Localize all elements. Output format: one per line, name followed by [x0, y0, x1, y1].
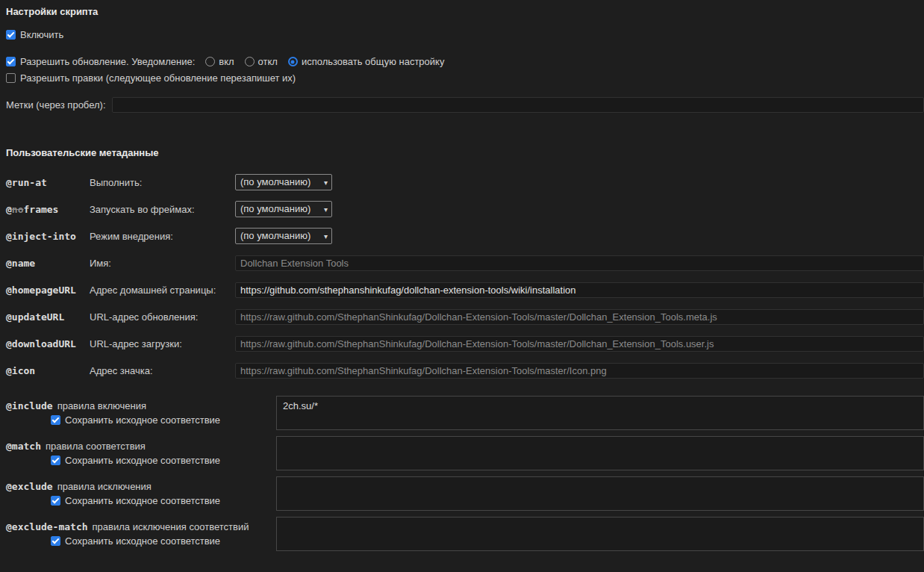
exclude-match-keep-row: Сохранить исходное соответствие	[6, 535, 276, 547]
include-head: @include правила включения	[6, 400, 276, 411]
noframes-key-struck: no	[12, 204, 24, 215]
name-label: Имя:	[90, 258, 235, 269]
script-settings-page: Настройки скрипта Включить Разрешить обн…	[0, 0, 924, 565]
match-textarea[interactable]	[276, 436, 924, 470]
inject-into-select-wrap: (по умолчанию)	[235, 228, 332, 244]
icon-row: @icon Адрес значка:	[6, 357, 924, 384]
noframes-key-rest: frames	[23, 204, 58, 215]
homepage-url-key: @homepageURL	[6, 285, 90, 296]
download-url-row: @downloadURL URL-адрес загрузки:	[6, 330, 924, 357]
include-textarea[interactable]: 2ch.su/*	[276, 396, 924, 430]
noframes-row: @noframes Запускать во фреймах: (по умол…	[6, 196, 924, 223]
icon-label: Адрес значка:	[90, 365, 235, 376]
exclude-textarea[interactable]	[276, 476, 924, 511]
homepage-url-row: @homepageURL Адрес домашней страницы:	[6, 276, 924, 303]
update-url-label: URL-адрес обновления:	[90, 311, 235, 323]
allow-edits-checkbox[interactable]	[6, 73, 16, 83]
inject-into-select[interactable]: (по умолчанию)	[235, 228, 332, 244]
metadata-table: @run-at Выполнить: (по умолчанию) @nofra…	[6, 169, 924, 384]
download-url-input[interactable]	[235, 336, 924, 352]
noframes-label: Запускать во фреймах:	[90, 204, 235, 215]
match-desc: правила соответствия	[46, 441, 146, 452]
match-left: @match правила соответствия Сохранить ис…	[6, 436, 276, 470]
include-left: @include правила включения Сохранить исх…	[6, 396, 276, 430]
exclude-keep-row: Сохранить исходное соответствие	[6, 495, 276, 506]
include-keep-label[interactable]: Сохранить исходное соответствие	[65, 414, 220, 426]
exclude-match-head: @exclude-match правила исключения соотве…	[6, 521, 276, 532]
exclude-match-desc: правила исключения соответствий	[93, 521, 249, 532]
run-at-select-wrap: (по умолчанию)	[235, 174, 332, 190]
enable-checkbox[interactable]	[6, 30, 16, 40]
update-url-key: @updateURL	[6, 311, 90, 323]
noframes-select[interactable]: (по умолчанию)	[235, 201, 332, 217]
exclude-block: @exclude правила исключения Сохранить ис…	[6, 476, 924, 511]
notify-off-label[interactable]: откл	[258, 56, 278, 67]
allow-update-label[interactable]: Разрешить обновление. Уведомление:	[20, 56, 195, 67]
name-row: @name Имя:	[6, 249, 924, 276]
tags-row: Метки (через пробел):	[6, 97, 924, 113]
download-url-key: @downloadURL	[6, 338, 90, 349]
exclude-match-textarea[interactable]	[276, 517, 924, 551]
update-url-input[interactable]	[235, 309, 924, 325]
exclude-desc: правила исключения	[57, 481, 152, 492]
match-keep-checkbox[interactable]	[51, 456, 60, 465]
notify-off-option: откл	[245, 56, 278, 67]
enable-row: Включить	[6, 29, 924, 40]
exclude-match-block: @exclude-match правила исключения соотве…	[6, 517, 924, 551]
notify-global-option: использовать общую настройку	[288, 56, 445, 67]
icon-input[interactable]	[235, 363, 924, 379]
exclude-key: @exclude	[6, 481, 53, 492]
include-key: @include	[6, 400, 53, 411]
allow-update-checkbox[interactable]	[6, 57, 16, 66]
download-url-label: URL-адрес загрузки:	[90, 338, 235, 349]
noframes-key: @noframes	[6, 204, 90, 215]
inject-into-label: Режим внедрения:	[90, 231, 235, 242]
match-head: @match правила соответствия	[6, 441, 276, 452]
inject-into-key: @inject-into	[6, 231, 90, 242]
run-at-select[interactable]: (по умолчанию)	[235, 174, 332, 190]
exclude-head: @exclude правила исключения	[6, 481, 276, 492]
notify-use-global-radio[interactable]	[288, 57, 298, 66]
tags-input[interactable]	[112, 97, 924, 113]
rules-section: @include правила включения Сохранить исх…	[6, 396, 924, 551]
run-at-label: Выполнить:	[90, 177, 235, 188]
homepage-url-label: Адрес домашней страницы:	[90, 285, 235, 296]
include-keep-checkbox[interactable]	[51, 415, 60, 425]
icon-key: @icon	[6, 365, 90, 376]
section-title-custom-metadata: Пользовательские метаданные	[6, 147, 924, 158]
match-keep-label[interactable]: Сохранить исходное соответствие	[65, 455, 220, 466]
match-key: @match	[6, 441, 41, 452]
run-at-row: @run-at Выполнить: (по умолчанию)	[6, 169, 924, 196]
run-at-key: @run-at	[6, 177, 90, 188]
homepage-url-input[interactable]	[235, 282, 924, 298]
name-input[interactable]	[235, 255, 924, 271]
tags-label: Метки (через пробел):	[6, 99, 106, 111]
notify-on-option: вкл	[205, 56, 234, 67]
include-block: @include правила включения Сохранить исх…	[6, 396, 924, 430]
update-url-row: @updateURL URL-адрес обновления:	[6, 303, 924, 330]
allow-edits-row: Разрешить правки (следующее обновление п…	[6, 72, 924, 84]
notify-off-radio[interactable]	[245, 57, 255, 66]
allow-update-row: Разрешить обновление. Уведомление: вкл о…	[6, 56, 924, 67]
noframes-select-wrap: (по умолчанию)	[235, 201, 332, 217]
exclude-keep-checkbox[interactable]	[51, 496, 60, 506]
allow-edits-label[interactable]: Разрешить правки (следующее обновление п…	[20, 72, 296, 84]
enable-label[interactable]: Включить	[20, 29, 63, 40]
match-keep-row: Сохранить исходное соответствие	[6, 455, 276, 466]
inject-into-row: @inject-into Режим внедрения: (по умолча…	[6, 223, 924, 249]
notify-use-global-label[interactable]: использовать общую настройку	[302, 56, 445, 67]
noframes-key-at: @	[6, 204, 12, 215]
exclude-match-left: @exclude-match правила исключения соотве…	[6, 517, 276, 551]
exclude-keep-label[interactable]: Сохранить исходное соответствие	[65, 495, 220, 506]
include-keep-row: Сохранить исходное соответствие	[6, 414, 276, 426]
exclude-match-key: @exclude-match	[6, 521, 88, 532]
notify-on-radio[interactable]	[205, 57, 215, 66]
section-title-script-settings: Настройки скрипта	[6, 6, 924, 17]
include-desc: правила включения	[57, 400, 146, 411]
exclude-match-keep-checkbox[interactable]	[51, 536, 60, 546]
name-key: @name	[6, 258, 90, 269]
exclude-left: @exclude правила исключения Сохранить ис…	[6, 476, 276, 511]
notify-on-label[interactable]: вкл	[219, 56, 234, 67]
exclude-match-keep-label[interactable]: Сохранить исходное соответствие	[65, 535, 220, 547]
match-block: @match правила соответствия Сохранить ис…	[6, 436, 924, 470]
